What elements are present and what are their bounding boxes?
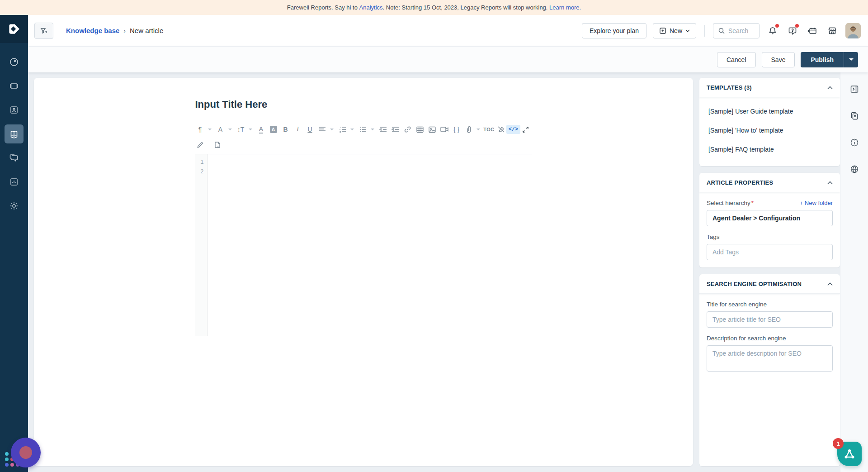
insert-video-button[interactable] — [439, 124, 449, 135]
chat-launcher-icon — [19, 446, 32, 459]
chat-launcher-button[interactable] — [11, 438, 41, 467]
notifications-button[interactable] — [766, 24, 779, 38]
align-button[interactable] — [317, 124, 327, 135]
search-input[interactable] — [728, 27, 755, 34]
freshworks-logo-icon — [6, 21, 22, 37]
kb-filter-button[interactable] — [34, 23, 53, 39]
banner-text: . Note: Starting 15 Oct, 2023, Legacy Re… — [383, 4, 550, 11]
marketplace-icon — [827, 26, 837, 36]
attach-file-button[interactable] — [464, 124, 474, 135]
seo-header[interactable]: SEARCH ENGINE OPTIMISATION — [699, 274, 840, 294]
caret-down-icon — [849, 58, 854, 61]
sidebar-item-forums[interactable] — [5, 148, 24, 167]
new-button-label: New — [670, 27, 682, 34]
insert-image-button[interactable] — [427, 124, 437, 135]
helper-widget-button[interactable]: 1 — [837, 442, 862, 466]
ordered-list-button[interactable] — [338, 124, 348, 135]
collapse-panel-button[interactable] — [849, 83, 860, 95]
network-triangle-icon — [843, 448, 856, 460]
notification-dot — [775, 24, 779, 28]
publish-button[interactable]: Publish — [801, 52, 844, 67]
sidebar-item-settings[interactable] — [5, 196, 24, 215]
info-icon — [850, 138, 859, 147]
divider — [704, 25, 705, 37]
plus-square-icon — [659, 27, 666, 34]
insert-table-button[interactable] — [415, 124, 425, 135]
whats-new-button[interactable] — [806, 24, 819, 38]
breadcrumb-knowledge-base[interactable]: Knowledge base — [66, 27, 119, 34]
sidebar-item-knowledge-base[interactable] — [5, 124, 24, 143]
help-button[interactable] — [786, 24, 799, 38]
analytics-link[interactable]: Analytics — [359, 4, 383, 11]
search-icon — [718, 27, 725, 34]
hierarchy-input[interactable] — [707, 210, 833, 226]
templates-panel-button[interactable] — [849, 110, 860, 122]
article-title-input[interactable]: Input Title Here — [195, 99, 532, 110]
templates-card: TEMPLATES (3) [Sample] User Guide templa… — [699, 78, 840, 166]
template-item[interactable]: [Sample] FAQ template — [699, 140, 840, 159]
seo-title-input[interactable] — [707, 311, 833, 328]
underline-button[interactable]: U — [305, 124, 315, 135]
indent-button[interactable] — [391, 124, 401, 135]
chevron-up-icon — [827, 86, 833, 90]
template-item[interactable]: [Sample] 'How to' template — [699, 121, 840, 140]
new-folder-link[interactable]: + New folder — [800, 200, 833, 206]
filter-icon — [40, 27, 48, 35]
clear-formatting-button[interactable] — [496, 124, 506, 135]
marketplace-button[interactable] — [826, 24, 839, 38]
align-icon — [319, 126, 326, 133]
tags-input[interactable] — [707, 244, 833, 260]
templates-header[interactable]: TEMPLATES (3) — [699, 78, 840, 97]
info-panel-button[interactable] — [849, 137, 860, 148]
chevron-down-icon — [685, 29, 690, 32]
unordered-list-button[interactable] — [358, 124, 368, 135]
paragraph-format-button[interactable]: ¶ — [195, 124, 205, 135]
font-color-button[interactable]: A — [256, 124, 266, 135]
freshworks-logo[interactable] — [0, 15, 28, 43]
inline-code-button[interactable]: { } — [452, 124, 462, 135]
bold-button[interactable]: B — [281, 124, 291, 135]
sidebar-item-analytics[interactable] — [5, 172, 24, 191]
highlight-color-button[interactable]: A — [269, 124, 278, 135]
article-body-editor[interactable]: 1 2 — [195, 154, 532, 336]
expand-editor-button[interactable] — [521, 124, 531, 135]
save-button[interactable]: Save — [762, 52, 795, 67]
sidebar-item-contacts[interactable] — [5, 100, 24, 119]
sidebar-item-dashboard[interactable] — [5, 52, 24, 72]
ordered-list-icon — [339, 126, 346, 133]
highlight-glyph: A — [270, 126, 277, 133]
italic-button[interactable]: I — [293, 124, 303, 135]
outdent-icon — [379, 126, 387, 133]
new-button[interactable]: New — [653, 23, 696, 38]
global-search[interactable] — [713, 23, 760, 38]
cancel-button[interactable]: Cancel — [717, 52, 756, 67]
article-properties-header[interactable]: ARTICLE PROPERTIES — [699, 173, 840, 192]
help-dot — [795, 24, 799, 28]
outdent-button[interactable] — [378, 124, 388, 135]
indent-icon — [392, 126, 399, 133]
forums-icon — [9, 153, 19, 163]
hierarchy-label: Select hierarchy* — [707, 200, 754, 206]
template-item[interactable]: [Sample] User Guide template — [699, 102, 840, 121]
publish-split-button: Publish — [801, 52, 858, 67]
seo-description-input[interactable] — [707, 345, 833, 372]
globe-panel-button[interactable] — [849, 163, 860, 175]
learn-more-link[interactable]: Learn more. — [549, 4, 581, 11]
main-sidebar — [0, 15, 28, 472]
toc-button[interactable]: TOC — [484, 124, 494, 135]
unordered-list-icon — [359, 126, 367, 133]
line-number: 2 — [195, 167, 207, 177]
sidebar-item-tickets[interactable] — [5, 76, 24, 95]
avatar[interactable] — [845, 23, 861, 38]
font-family-button[interactable]: A — [216, 124, 226, 135]
edit-pencil-button[interactable] — [195, 139, 205, 150]
article-action-bar: Cancel Save Publish — [28, 47, 868, 72]
insert-link-button[interactable] — [403, 124, 413, 135]
topbar-actions: Explore your plan New — [582, 23, 861, 38]
code-view-button[interactable]: </> — [509, 124, 519, 135]
publish-dropdown-button[interactable] — [844, 52, 858, 67]
font-size-button[interactable]: ↕T — [236, 124, 246, 135]
paste-document-button[interactable] — [212, 139, 222, 150]
explore-plan-button[interactable]: Explore your plan — [582, 23, 646, 38]
video-icon — [440, 126, 448, 133]
